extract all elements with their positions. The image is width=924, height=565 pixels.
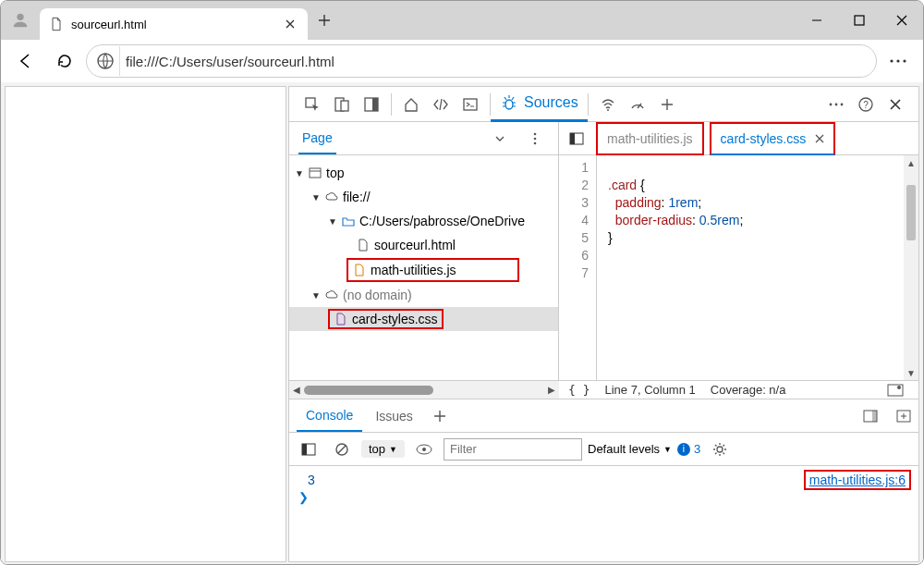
sources-tab-label: Sources [524,94,578,111]
maximize-button[interactable] [838,1,881,40]
elements-tab-icon[interactable] [427,91,455,118]
console-tab-icon[interactable] [456,91,484,118]
chevron-down-icon[interactable] [486,125,514,153]
context-selector[interactable]: top ▼ [361,440,405,458]
svg-point-13 [607,109,609,111]
console-settings-icon[interactable] [706,436,734,463]
svg-point-21 [534,141,537,144]
file-icon [356,238,371,252]
settings-menu-button[interactable] [881,43,916,79]
tab-title: sourceurl.html [71,18,274,31]
tree-file-html[interactable]: sourceurl.html [289,233,558,257]
filter-input[interactable] [444,438,582,461]
more-tools-button[interactable] [822,91,850,118]
cloud-icon [324,190,339,204]
console-prompt[interactable]: ❯ [297,490,911,504]
svg-point-34 [422,448,426,451]
profile-button[interactable] [1,10,40,31]
css-file-icon [334,312,348,326]
page-viewport [5,86,286,562]
site-info-button[interactable] [91,46,120,76]
issues-count[interactable]: i3 [677,442,700,456]
svg-point-35 [717,447,723,452]
console-tab[interactable]: Console [297,400,362,432]
tree-file-css[interactable]: card-styles.css [289,307,558,331]
editor-tab-css[interactable]: card-styles.css [710,122,836,155]
svg-rect-8 [341,101,348,111]
svg-point-16 [841,103,844,105]
sources-tab[interactable]: Sources [491,87,588,122]
source-link[interactable]: math-utilities.js:6 [804,470,911,490]
minimize-button[interactable] [796,1,838,40]
new-tab-button[interactable] [308,14,341,27]
console-output: 3 [297,473,315,487]
welcome-tab-icon[interactable] [397,91,425,118]
editor-status-bar: { } Line 7, Column 1 Coverage: n/a [559,381,918,399]
editor-pane: math-utilities.js card-styles.css 123456… [559,122,918,380]
drawer-collapse-icon[interactable] [890,402,918,430]
close-window-button[interactable] [881,1,923,40]
help-button[interactable]: ? [852,91,880,118]
page-icon [49,17,64,31]
issue-badge-icon: i [677,443,690,456]
console-drawer: Console Issues top ▼ Default levels ▼ i3 [289,399,918,561]
svg-point-20 [534,137,537,140]
svg-rect-1 [855,16,864,25]
inspect-element-icon[interactable] [298,91,326,118]
file-tree[interactable]: ▼top ▼file:// ▼C:/Users/pabrosse/OneDriv… [289,155,558,380]
svg-point-3 [890,59,893,62]
live-expression-icon[interactable] [410,436,438,463]
svg-point-0 [17,14,23,20]
svg-rect-28 [872,411,877,422]
dock-icon[interactable] [358,91,385,118]
toggle-navigator-icon[interactable] [563,125,590,153]
svg-point-12 [505,100,513,109]
clear-console-icon[interactable] [328,436,356,463]
pretty-print-button[interactable]: { } [568,383,590,397]
refresh-button[interactable] [47,43,82,79]
devtools-panel: Sources ? Page [288,86,919,562]
more-tabs-button[interactable] [653,91,681,118]
close-devtools-button[interactable] [881,91,909,118]
network-tab-icon[interactable] [594,91,622,118]
code-content: .card { padding: 1rem; border-radius: 0.… [596,155,918,380]
folder-icon [341,214,356,228]
toggle-console-sidebar-icon[interactable] [295,436,322,463]
address-bar: file:///C:/Users/user/sourceurl.html [1,40,923,82]
add-drawer-tab-button[interactable] [426,402,454,430]
url-text: file:///C:/Users/user/sourceurl.html [126,54,334,69]
drawer-sidebar-icon[interactable] [857,402,884,430]
page-tab[interactable]: Page [298,123,336,154]
bug-icon [500,93,518,112]
line-gutter: 1234567 [559,155,596,380]
close-icon[interactable] [815,134,824,143]
close-tab-button[interactable] [282,16,298,32]
devtools-toolbar: Sources ? [289,87,918,122]
log-levels-selector[interactable]: Default levels ▼ [588,442,672,456]
js-file-icon [352,263,367,277]
cursor-position: Line 7, Column 1 [604,383,695,397]
svg-point-19 [534,132,537,135]
device-toggle-icon[interactable] [328,91,356,118]
omnibox[interactable]: file:///C:/Users/user/sourceurl.html [86,44,877,78]
tree-file-js[interactable]: math-utilities.js [346,258,519,282]
issues-tab[interactable]: Issues [366,401,421,431]
coverage-status: Coverage: n/a [711,383,786,397]
more-nav-button[interactable] [521,125,549,153]
svg-rect-10 [372,98,378,111]
console-messages[interactable]: 3 math-utilities.js:6 ❯ [289,466,918,561]
editor-tab-js[interactable]: math-utilities.js [596,122,704,155]
code-editor[interactable]: 1234567 .card { padding: 1rem; border-ra… [559,155,918,380]
svg-rect-22 [310,168,321,178]
cloud-icon [324,288,339,302]
frame-icon [308,166,322,180]
vertical-scrollbar[interactable]: ▲ ▼ [904,155,918,380]
horizontal-scrollbar[interactable]: ◀ ▶ [289,381,559,399]
back-button[interactable] [8,43,43,79]
browser-tab[interactable]: sourceurl.html [40,8,308,40]
svg-text:?: ? [863,100,869,110]
svg-rect-24 [570,133,575,144]
svg-point-15 [835,103,838,105]
performance-tab-icon[interactable] [624,91,651,118]
svg-point-14 [830,103,833,105]
